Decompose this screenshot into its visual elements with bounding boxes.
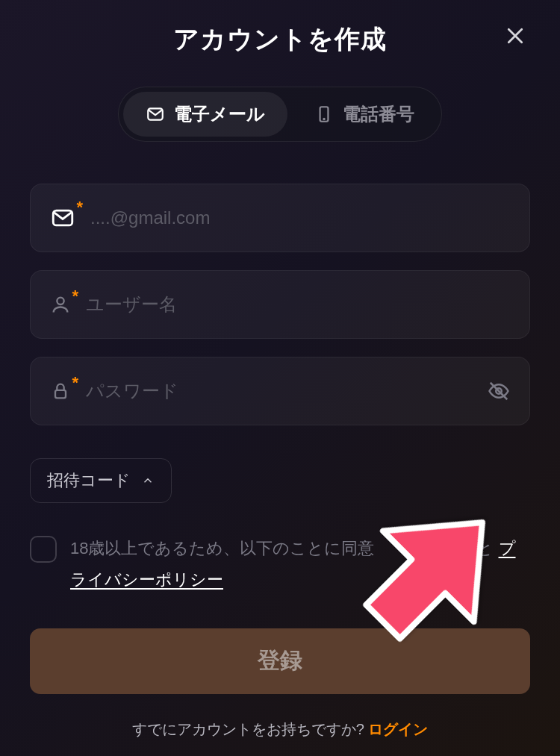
password-field-wrap[interactable]: * xyxy=(30,357,530,425)
phone-icon xyxy=(314,104,334,124)
chevron-up-icon xyxy=(141,474,155,487)
method-tabs: 電子メール 電話番号 xyxy=(118,87,442,142)
terms-link[interactable]: 利用規約 xyxy=(406,539,472,557)
lock-icon xyxy=(50,381,71,402)
consent-text: 18歳以上であるため、以下のことに同意 利用規約 と プライバシーポリシー xyxy=(70,533,530,596)
email-field-wrap[interactable]: * xyxy=(30,184,530,252)
user-icon xyxy=(50,294,71,315)
required-asterisk: * xyxy=(72,373,78,393)
svg-point-2 xyxy=(323,119,324,119)
close-button[interactable] xyxy=(500,21,530,51)
tab-email[interactable]: 電子メール xyxy=(123,92,287,137)
submit-button[interactable]: 登録 xyxy=(30,628,530,694)
svg-rect-5 xyxy=(55,390,66,399)
required-asterisk: * xyxy=(72,287,78,306)
consent-checkbox[interactable] xyxy=(30,536,57,563)
close-icon xyxy=(504,25,526,47)
email-input[interactable] xyxy=(90,207,510,228)
invite-code-label: 招待コード xyxy=(47,469,131,492)
page-title: アカウントを作成 xyxy=(173,22,387,57)
password-input[interactable] xyxy=(86,381,488,402)
svg-point-4 xyxy=(57,298,63,304)
tab-phone[interactable]: 電話番号 xyxy=(292,92,437,137)
toggle-password-visibility[interactable] xyxy=(488,380,510,402)
mail-icon xyxy=(50,205,75,231)
username-input[interactable] xyxy=(86,294,510,315)
footer-text: すでにアカウントをお持ちですか? ログイン xyxy=(30,719,530,740)
tab-phone-label: 電話番号 xyxy=(343,102,414,126)
login-link[interactable]: ログイン xyxy=(368,721,428,737)
footer-prompt: すでにアカウントをお持ちですか? xyxy=(132,721,369,737)
tab-email-label: 電子メール xyxy=(174,102,265,126)
invite-code-toggle[interactable]: 招待コード xyxy=(30,458,172,503)
consent-prefix: 18歳以上であるため、以下のことに同意 xyxy=(70,539,374,557)
required-asterisk: * xyxy=(76,198,83,217)
eye-off-icon xyxy=(488,380,510,402)
username-field-wrap[interactable]: * xyxy=(30,270,530,339)
mail-icon xyxy=(146,104,165,124)
consent-and: と xyxy=(472,539,498,557)
